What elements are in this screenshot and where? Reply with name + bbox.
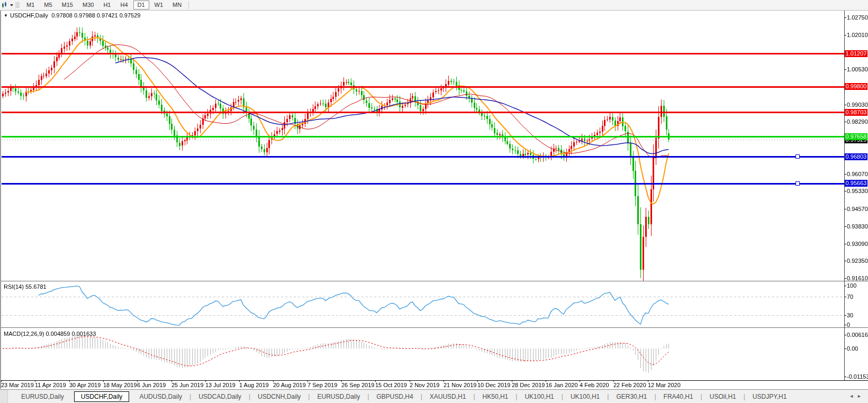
timeframe-button-m5[interactable]: M5 <box>40 1 56 10</box>
date-tick-label: 7 Sep 2019 <box>308 382 337 388</box>
date-tick-label: 25 Jun 2019 <box>171 382 204 388</box>
scroll-left-icon[interactable]: ◄ <box>849 393 857 399</box>
tabbar-corner <box>0 390 8 403</box>
date-tick-label: 6 Jun 2019 <box>137 382 166 388</box>
level-price-label-0.96803[interactable]: 0.96803 <box>845 153 867 160</box>
timeframe-button-d1[interactable]: D1 <box>133 1 149 10</box>
chart-tab-usdcnh-daily[interactable]: USDCNH,Daily <box>251 391 308 402</box>
price-tick-label: 0.96070 <box>847 171 868 177</box>
date-tick-label: 22 Feb 2020 <box>613 382 646 388</box>
date-tick-label: 12 Mar 2020 <box>648 382 681 388</box>
rsi-tick-label: 30 <box>847 312 853 318</box>
price-tick-label: 0.92350 <box>847 258 868 264</box>
price-tick-label: 0.99030 <box>847 102 868 108</box>
time-axis-line <box>0 380 868 381</box>
tab-separator: | <box>701 393 702 400</box>
tab-separator: | <box>367 393 369 400</box>
tab-separator: | <box>607 393 609 400</box>
level-price-label-0.98703[interactable]: 0.98703 <box>845 109 867 116</box>
chart-tab-bar: EURUSD,DailyUSDCHF,DailyAUDUSD,Daily|USD… <box>0 389 868 403</box>
price-tick-label: 0.93090 <box>847 241 868 247</box>
macd-tick-label: 0.00 <box>847 345 858 352</box>
tab-separator: | <box>562 393 563 400</box>
tab-separator: | <box>473 393 475 400</box>
timeframe-button-m1[interactable]: M1 <box>22 1 39 10</box>
pane-divider-main-rsi[interactable] <box>0 281 868 282</box>
chart-symbol-label: USDCHF,Daily <box>10 12 48 19</box>
chart-tab-uk100-h1[interactable]: UK100,H1 <box>518 391 560 402</box>
price-tick-label: 1.02750 <box>847 14 868 21</box>
toolbar-drag-handle[interactable] <box>15 2 20 8</box>
date-tick-label: 20 Aug 2019 <box>273 382 306 388</box>
level-price-label-1.01207[interactable]: 1.01207 <box>845 50 867 57</box>
chart-tab-eurusd-daily[interactable]: EURUSD,Daily <box>310 391 367 402</box>
chart-title: ▼USDCHF,Daily 0.97808 0.97988 0.97421 0.… <box>4 12 140 19</box>
chart-canvas[interactable] <box>0 0 868 403</box>
tab-separator: | <box>516 393 517 400</box>
timeframe-button-h1[interactable]: H1 <box>99 1 115 10</box>
chart-tab-fra40-h1[interactable]: FRA40,H1 <box>657 391 700 402</box>
timeframe-button-h4[interactable]: H4 <box>116 1 132 10</box>
date-tick-label: 23 Mar 2019 <box>1 382 34 388</box>
timeframe-buttons: M1M5M15M30H1H4D1W1MN <box>22 1 186 10</box>
macd-pane-label: MACD(12,26,9) 0.004859 0.001633 <box>4 331 96 337</box>
price-tick-label: 0.95330 <box>847 188 868 194</box>
date-tick-label: 13 Jul 2019 <box>205 382 236 388</box>
timeframe-button-w1[interactable]: W1 <box>150 1 168 10</box>
level-price-label-0.99800[interactable]: 0.99800 <box>845 83 867 90</box>
price-tick-label: 0.93830 <box>847 223 868 230</box>
date-tick-label: 15 Oct 2019 <box>375 382 407 388</box>
level-price-label-0.97658[interactable]: 0.97658 <box>845 133 867 140</box>
tab-separator: | <box>654 393 656 400</box>
date-tick-label: 10 Dec 2019 <box>477 382 510 388</box>
price-tick-label: 1.00530 <box>847 66 868 72</box>
date-tick-label: 16 Jan 2020 <box>546 382 578 388</box>
chevron-down-icon <box>10 4 13 6</box>
chart-tab-usdcad-daily[interactable]: USDCAD,Daily <box>192 391 248 402</box>
price-scale-border <box>844 10 845 380</box>
rsi-tick-label: 70 <box>847 294 853 300</box>
date-tick-label: 30 Apr 2019 <box>69 382 101 388</box>
chart-tab-usoil-h1[interactable]: USOil,H1 <box>703 391 743 402</box>
timeframe-button-m15[interactable]: M15 <box>58 1 77 10</box>
tab-separator: | <box>308 393 310 400</box>
chart-tab-ger30-h1[interactable]: GER30,H1 <box>609 391 654 402</box>
pane-divider-rsi-macd[interactable] <box>0 327 868 328</box>
timeframe-button-mn[interactable]: MN <box>168 1 186 10</box>
tab-separator: | <box>421 393 422 400</box>
price-tick-label: 0.98290 <box>847 118 868 125</box>
price-tick-label: 0.91610 <box>847 275 868 281</box>
rsi-tick-label: 0 <box>847 322 850 328</box>
date-tick-label: 21 Nov 2019 <box>444 382 476 388</box>
chart-type-icon[interactable] <box>2 1 13 10</box>
rsi-tick-label: 100 <box>847 282 856 289</box>
chart-tab-xauusd-h1[interactable]: XAUUSD,H1 <box>423 391 473 402</box>
date-tick-label: 4 Feb 2020 <box>580 382 609 388</box>
date-tick-label: 26 Sep 2019 <box>341 382 374 388</box>
chart-tab-uk100-h1[interactable]: UK100,H1 <box>564 391 607 402</box>
chart-tab-usdjpy-h1[interactable]: USDJPY,H1 <box>746 391 793 402</box>
toolbar-separator <box>188 2 189 9</box>
date-tick-label: 2 Nov 2019 <box>410 382 439 388</box>
scroll-right-icon[interactable]: ► <box>857 393 865 399</box>
tab-separator: | <box>189 393 191 400</box>
rsi-pane-label: RSI(14) 55.6781 <box>4 283 47 290</box>
candlestick-glyph <box>2 2 9 8</box>
chart-tab-audusd-daily[interactable]: AUDUSD,Daily <box>132 391 189 402</box>
tab-scroll-arrows[interactable]: ◄► <box>849 393 865 399</box>
date-tick-label: 1 Aug 2019 <box>239 382 269 388</box>
chart-tab-usdchf-daily[interactable]: USDCHF,Daily <box>74 391 130 402</box>
timeframe-button-m30[interactable]: M30 <box>78 1 98 10</box>
chart-tab-eurusd-daily[interactable]: EURUSD,Daily <box>14 391 71 402</box>
date-tick-label: 18 May 2019 <box>103 382 137 388</box>
chart-tab-hk50-h1[interactable]: HK50,H1 <box>476 391 516 402</box>
price-tick-label: 1.02010 <box>847 32 868 38</box>
level-price-label-0.95663[interactable]: 0.95663 <box>845 180 867 187</box>
tab-separator: | <box>744 393 745 400</box>
collapse-triangle-icon[interactable]: ▼ <box>4 13 8 18</box>
date-tick-label: 11 Apr 2019 <box>35 382 66 388</box>
chart-tab-gbpusd-h4[interactable]: GBPUSD,H4 <box>369 391 420 402</box>
tab-separator: | <box>249 393 250 400</box>
macd-tick-label: 0.006167 <box>847 332 868 338</box>
macd-tick-label: -0.011531 <box>847 373 868 380</box>
